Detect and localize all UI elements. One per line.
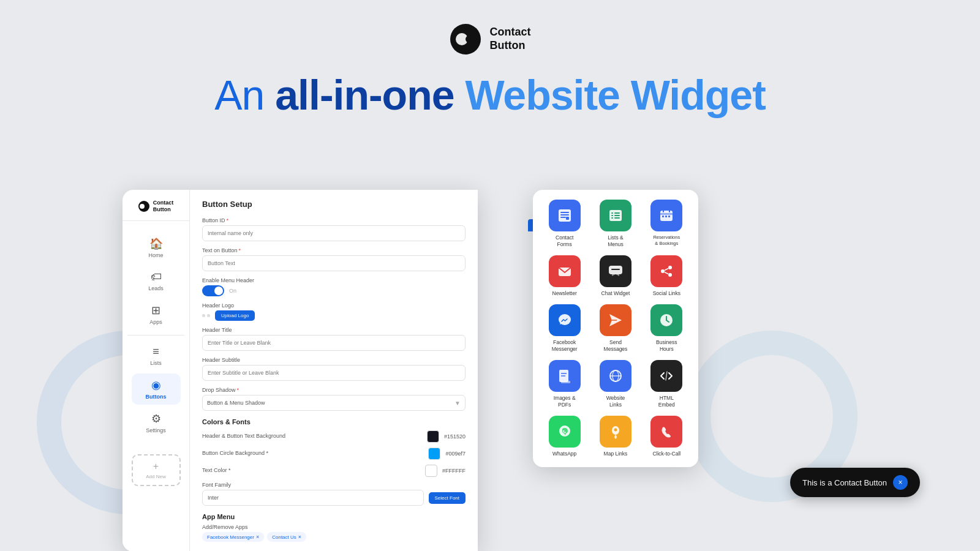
- svg-point-46: [614, 429, 617, 432]
- widget-item-chat-widget[interactable]: Chat Widget: [594, 255, 637, 297]
- widget-item-lists-menus[interactable]: Lists &Menus: [594, 200, 637, 248]
- widget-item-social-links[interactable]: Social Links: [645, 255, 688, 297]
- header-logo-row: Header Logo Upload Logo: [202, 302, 466, 321]
- widget-item-images-pdfs[interactable]: Images &PDFs: [543, 360, 586, 408]
- button-id-input[interactable]: [202, 225, 466, 241]
- lists-menus-icon: [600, 200, 631, 231]
- font-family-input[interactable]: [202, 490, 424, 506]
- svg-rect-37: [561, 381, 570, 383]
- widget-item-website-links[interactable]: WebsiteLinks: [594, 360, 637, 408]
- text-color-swatch[interactable]: [425, 465, 437, 477]
- button-circle-color-row: Button Circle Background * #009ef7: [202, 448, 466, 460]
- header-title-input[interactable]: [202, 335, 466, 351]
- svg-rect-10: [614, 212, 620, 214]
- sidebar-item-leads[interactable]: 🏷 Leads: [132, 266, 181, 296]
- widget-panel: ContactForms Lists &Menus Reservations& …: [533, 190, 698, 467]
- svg-point-25: [668, 266, 672, 269]
- images-pdfs-icon: [549, 360, 581, 392]
- text-on-button-input[interactable]: [202, 255, 466, 271]
- send-messages-icon: [600, 304, 631, 336]
- button-circle-swatch[interactable]: [428, 448, 440, 460]
- svg-rect-4: [560, 212, 569, 213]
- widget-item-map-links[interactable]: Map Links: [594, 416, 637, 457]
- home-icon: 🏠: [149, 237, 163, 250]
- select-font-button[interactable]: Select Font: [429, 492, 466, 504]
- widget-item-newsletter[interactable]: Newsletter: [543, 255, 586, 297]
- chat-widget-icon: [600, 255, 631, 287]
- sidebar-logo: ContactButton: [123, 200, 189, 221]
- font-family-row: Font Family Select Font: [202, 482, 466, 506]
- sidebar: ContactButton 🏠 Home 🏷 Leads ⊞ Apps ≡: [123, 190, 190, 551]
- widget-item-send-messages[interactable]: SendMessages: [594, 304, 637, 353]
- headline: An all-in-one Website Widget: [0, 72, 980, 118]
- svg-rect-12: [614, 215, 620, 216]
- svg-line-29: [665, 272, 668, 274]
- sidebar-item-buttons[interactable]: ◉ Buttons: [132, 373, 181, 405]
- widget-item-reservations[interactable]: Reservations& Bookings: [645, 200, 688, 248]
- svg-rect-14: [614, 217, 620, 219]
- lists-icon: ≡: [153, 345, 159, 358]
- newsletter-icon: [549, 255, 581, 287]
- svg-rect-7: [566, 217, 569, 220]
- app-tag-facebook[interactable]: Facebook Messenger ×: [202, 532, 264, 542]
- logo-text: Contact Button: [490, 26, 531, 52]
- svg-rect-16: [660, 213, 673, 215]
- drop-shadow-value: Button & Menu Shadow: [207, 400, 265, 406]
- svg-rect-24: [611, 269, 620, 270]
- header-bg-swatch[interactable]: [427, 430, 439, 443]
- widget-item-html-embed[interactable]: HTMLEmbed: [645, 360, 688, 408]
- header-subtitle-row: Header Subtitle: [202, 357, 466, 381]
- svg-rect-17: [662, 216, 664, 217]
- buttons-icon: ◉: [151, 378, 161, 392]
- menu-header-toggle[interactable]: [202, 285, 224, 296]
- html-embed-icon: [650, 360, 682, 392]
- form-area: Button Setup Button ID * Text on Button …: [190, 190, 478, 551]
- contact-button-tooltip: This is a Contact Button ×: [790, 468, 920, 497]
- widget-item-click-to-call[interactable]: Click-to-Call: [645, 416, 688, 457]
- widget-item-whatsapp[interactable]: WhatsApp: [543, 416, 586, 457]
- upload-logo-button[interactable]: Upload Logo: [215, 310, 255, 321]
- drop-shadow-row: Drop Shadow * ▼ Button & Menu Shadow: [202, 387, 466, 411]
- social-links-icon: [650, 255, 682, 287]
- website-links-icon: [600, 360, 631, 392]
- click-to-call-icon: [650, 416, 682, 448]
- svg-rect-11: [611, 215, 613, 216]
- svg-line-43: [666, 372, 667, 380]
- app-tag-contact[interactable]: Contact Us ×: [267, 532, 306, 542]
- svg-rect-19: [668, 216, 670, 217]
- enable-menu-header-row: Enable Menu Header On: [202, 277, 466, 296]
- svg-rect-5: [560, 214, 569, 216]
- facebook-messenger-icon: [549, 304, 581, 336]
- svg-rect-18: [665, 216, 667, 217]
- text-on-button-row: Text on Button *: [202, 247, 466, 271]
- app-menu-title: App Menu: [202, 513, 466, 520]
- header-bg-color-row: Header & Button Text Background #151520: [202, 430, 466, 443]
- business-hours-icon: [650, 304, 682, 336]
- text-color-row: Text Color * #FFFFFF: [202, 465, 466, 477]
- dashboard-panel: ContactButton 🏠 Home 🏷 Leads ⊞ Apps ≡: [123, 190, 478, 551]
- sidebar-nav: 🏠 Home 🏷 Leads ⊞ Apps ≡ Lists ◉: [123, 225, 189, 446]
- app-tags: Facebook Messenger × Contact Us ×: [202, 532, 466, 542]
- svg-point-26: [661, 269, 665, 273]
- widget-item-contact-forms[interactable]: ContactForms: [543, 200, 586, 248]
- widget-grid: ContactForms Lists &Menus Reservations& …: [543, 200, 688, 457]
- apps-icon: ⊞: [151, 304, 160, 317]
- widget-item-business-hours[interactable]: BusinessHours: [645, 304, 688, 353]
- leads-icon: 🏷: [151, 271, 162, 283]
- svg-rect-13: [611, 217, 613, 219]
- sidebar-item-apps[interactable]: ⊞ Apps: [132, 299, 181, 330]
- svg-point-27: [668, 273, 672, 277]
- add-new-button[interactable]: + Add New: [132, 454, 181, 486]
- sidebar-item-lists[interactable]: ≡ Lists: [132, 340, 181, 371]
- svg-point-2: [466, 36, 473, 43]
- tooltip-close-button[interactable]: ×: [893, 475, 908, 490]
- header-title-row: Header Title: [202, 327, 466, 351]
- header-subtitle-input[interactable]: [202, 365, 466, 381]
- widget-item-facebook-messenger[interactable]: FacebookMessenger: [543, 304, 586, 353]
- sidebar-item-home[interactable]: 🏠 Home: [132, 232, 181, 263]
- sidebar-item-settings[interactable]: ⚙ Settings: [132, 407, 181, 438]
- form-title: Button Setup: [202, 200, 466, 209]
- colors-fonts-title: Colors & Fonts: [202, 418, 466, 425]
- svg-line-28: [665, 269, 668, 271]
- reservations-icon: [650, 200, 682, 231]
